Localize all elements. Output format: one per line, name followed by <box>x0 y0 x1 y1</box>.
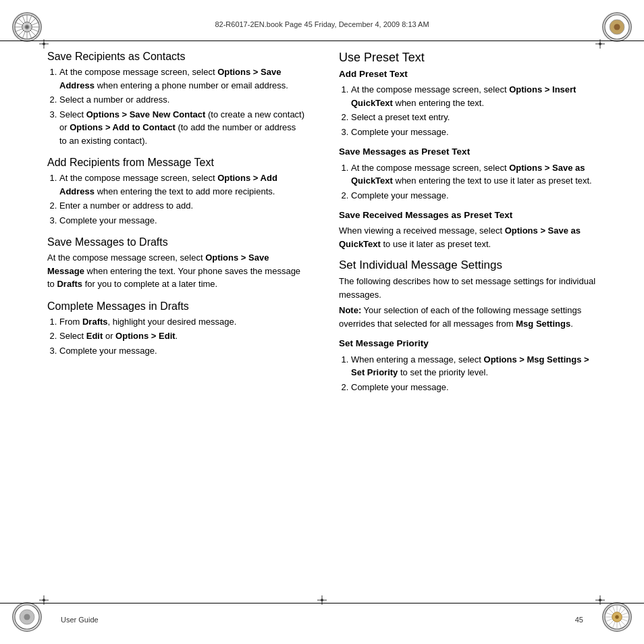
set-priority-list: When entering a message, select Options … <box>351 353 597 394</box>
heading-individual-settings: Set Individual Message Settings <box>339 259 597 272</box>
footer-left: User Guide <box>61 616 99 624</box>
list-item: Complete your message. <box>59 344 305 358</box>
top-rule <box>0 41 644 41</box>
list-item: Select a number or address. <box>59 93 305 107</box>
subheading-save-preset: Save Messages as Preset Text <box>339 145 597 159</box>
svg-point-33 <box>599 43 601 45</box>
heading-add-recipients: Add Recipients from Message Text <box>47 157 305 169</box>
right-column: Use Preset Text Add Preset Text At the c… <box>332 51 597 593</box>
list-item: Complete your message. <box>351 189 597 203</box>
heading-use-preset-text: Use Preset Text <box>339 51 597 65</box>
svg-point-36 <box>43 599 45 601</box>
list-item: Select Options > Save New Contact (to cr… <box>59 108 305 148</box>
svg-point-30 <box>43 43 45 45</box>
save-preset-list: At the compose message screen, select Op… <box>351 161 597 203</box>
main-content: Save Recipients as Contacts At the compo… <box>47 51 597 593</box>
save-recipients-list: At the compose message screen, select Op… <box>59 65 305 147</box>
heading-complete-drafts: Complete Messages in Drafts <box>47 300 305 313</box>
subheading-save-received-preset: Save Received Messages as Preset Text <box>339 209 597 222</box>
add-recipients-list: At the compose message screen, select Op… <box>59 171 305 227</box>
subheading-add-preset: Add Preset Text <box>339 68 597 81</box>
list-item: When entering a message, select Options … <box>351 353 597 379</box>
svg-point-42 <box>321 599 323 601</box>
heading-save-drafts: Save Messages to Drafts <box>47 236 305 248</box>
list-item: At the compose message screen, select Op… <box>351 83 597 109</box>
note-text: Note: Your selection of each of the foll… <box>339 304 597 330</box>
save-received-text: When viewing a received message, select … <box>339 224 597 250</box>
list-item: Select Edit or Options > Edit. <box>59 329 305 343</box>
list-item: Complete your message. <box>351 126 597 139</box>
list-item: Enter a number or address to add. <box>59 199 305 213</box>
heading-save-recipients: Save Recipients as Contacts <box>47 51 305 63</box>
left-column: Save Recipients as Contacts At the compo… <box>47 51 312 593</box>
save-drafts-text: At the compose message screen, select Op… <box>47 251 305 291</box>
page-footer: User Guide 45 <box>0 616 644 624</box>
add-preset-list: At the compose message screen, select Op… <box>351 83 597 138</box>
list-item: Complete your message. <box>351 381 597 394</box>
list-item: At the compose message screen, select Op… <box>351 161 597 188</box>
list-item: At the compose message screen, select Op… <box>59 171 305 198</box>
individual-settings-text: The following describes how to set messa… <box>339 275 597 301</box>
bottom-rule <box>0 603 644 603</box>
subheading-set-priority: Set Message Priority <box>339 337 597 350</box>
complete-drafts-list: From Drafts, highlight your desired mess… <box>59 315 305 358</box>
list-item: Select a preset text entry. <box>351 111 597 124</box>
page-number: 45 <box>575 616 583 624</box>
svg-point-39 <box>599 599 601 601</box>
list-item: From Drafts, highlight your desired mess… <box>59 315 305 329</box>
page-header: 82-R6017-2EN.book Page 45 Friday, Decemb… <box>0 20 644 28</box>
header-text: 82-R6017-2EN.book Page 45 Friday, Decemb… <box>215 20 429 28</box>
list-item: At the compose message screen, select Op… <box>59 65 305 92</box>
list-item: Complete your message. <box>59 214 305 227</box>
